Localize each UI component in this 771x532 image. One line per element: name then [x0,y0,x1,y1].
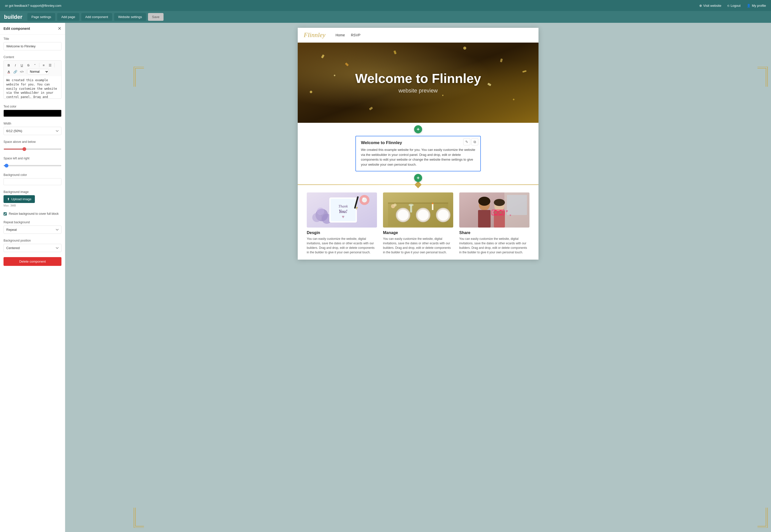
svg-point-37 [478,197,490,206]
space-left-right-slider-container [4,162,61,168]
divider-1 [39,63,39,67]
repeat-background-label: Repeat background [4,221,61,224]
svg-point-19 [398,209,409,221]
card-design-image: Thank You! ♥ [307,192,377,228]
resize-background-label[interactable]: Resize background to cover full block [4,212,61,216]
bold-button[interactable]: B [6,62,12,68]
content-textarea[interactable]: We created this example website for you.… [4,76,61,99]
preview-nav: Flinnley Home RSVP [298,28,538,43]
card-share-title: Share [459,231,529,235]
hero-text: Welcome to Flinnley website preview [355,71,481,94]
card-share-image: ♥ ♥ [459,192,529,228]
card-design-title: Desgin [307,231,377,235]
card-share: ♥ ♥ Share You can easily customize the w… [456,192,532,255]
text-component-body: We created this example website for you.… [361,147,475,167]
svg-point-14 [362,197,364,199]
logout-link[interactable]: ⎋ Logout [727,4,741,8]
content-label: Content [4,55,61,59]
svg-text:You!: You! [339,209,347,214]
ordered-list-button[interactable]: ≡ [41,62,47,68]
background-color-swatch[interactable] [4,178,61,185]
background-position-select[interactable]: Centered Top left Top center Top right [4,244,61,252]
top-bar-right: ⊕ Visit website ⎋ Logout 👤 My profile [699,4,766,8]
background-image-section: Background image ⬆ Upload image Max. 3MB [0,188,65,209]
svg-point-21 [418,209,429,221]
text-component-title: Welcome to Flinnley [361,140,475,145]
strikethrough-button[interactable]: S [25,62,31,68]
close-button[interactable]: ✕ [58,26,61,31]
width-select[interactable]: 6/12 (50%) 12/12 (100%) 4/12 (33%) [4,127,61,135]
space-above-below-section: Space above and below [0,138,65,154]
support-text: or got feedback? support@flinnley.com [5,4,61,8]
logout-icon: ⎋ [727,4,729,8]
cards-section: Thank You! ♥ Desgin You [298,187,538,260]
space-above-below-slider-container [4,145,61,152]
text-color-swatch[interactable] [4,110,61,117]
my-profile-link[interactable]: 👤 My profile [747,4,766,8]
svg-rect-36 [494,211,505,228]
space-left-right-label: Space left and right [4,157,61,160]
svg-rect-28 [432,204,433,210]
website-settings-button[interactable]: Website settings [114,13,146,21]
svg-point-29 [432,203,433,204]
text-component-block: ✎ ⧉ Welcome to Flinnley We created this … [355,136,481,171]
width-section: Width 6/12 (50%) 12/12 (100%) 4/12 (33%) [0,119,65,138]
quote-button[interactable]: " [32,62,38,68]
unordered-list-button[interactable]: ☰ [47,62,53,68]
upload-image-button[interactable]: ⬆ Upload image [4,195,35,203]
font-color-button[interactable]: A [6,69,12,75]
link-button[interactable]: 🔗 [12,69,18,75]
card-design-text: You can easily customize the website, di… [307,237,377,255]
add-component-below-button[interactable]: + [414,174,422,182]
text-component-container: ✎ ⧉ Welcome to Flinnley We created this … [298,133,538,171]
code-button[interactable]: </> [19,69,25,75]
svg-rect-34 [478,210,490,228]
space-above-below-slider[interactable] [4,149,61,150]
card-manage-text: You can easily customize the website, di… [383,237,453,255]
card-manage-image [383,192,453,228]
delete-component-button[interactable]: Delete component [4,257,61,266]
resize-background-section: Resize background to cover full block [0,209,65,218]
corner-decoration-br [757,508,768,528]
background-color-section: Background color [0,171,65,188]
content-toolbar: B I U S " ≡ ☰ A 🔗 </> Normal Heading 1 H… [4,60,61,76]
save-button[interactable]: Save [148,13,163,21]
svg-point-23 [438,209,449,221]
repeat-background-select[interactable]: Repeat No repeat Repeat X Repeat Y [4,226,61,234]
svg-text:Thank: Thank [338,204,348,208]
svg-point-25 [409,204,414,206]
nav-rsvp[interactable]: RSVP [351,33,360,37]
hero-section: Welcome to Flinnley website preview [298,43,538,123]
text-color-section: Text color [0,102,65,119]
hero-subtitle: website preview [355,87,481,94]
svg-rect-16 [388,202,448,204]
page-settings-button[interactable]: Page settings [27,13,55,21]
divider-3 [26,69,26,74]
svg-text:♥: ♥ [506,209,508,213]
panel-title: Edit component [4,27,30,31]
add-component-button[interactable]: Add component [81,13,112,21]
add-page-button[interactable]: Add page [57,13,79,21]
title-input[interactable] [4,42,61,50]
preview-logo: Flinnley [304,31,326,39]
underline-button[interactable]: U [19,62,25,68]
font-style-select[interactable]: Normal Heading 1 Heading 2 [28,69,49,74]
hero-title: Welcome to Flinnley [355,71,481,86]
add-component-above-button[interactable]: + [414,125,422,133]
svg-text:♥: ♥ [509,214,511,217]
space-left-right-slider[interactable] [4,165,61,166]
visit-website-link[interactable]: ⊕ Visit website [699,4,721,8]
divider-section [298,182,538,187]
duplicate-component-button[interactable]: ⧉ [471,138,478,145]
resize-background-checkbox[interactable] [4,212,7,216]
preview-nav-links: Home RSVP [336,33,360,37]
toolbar: builder Page settings Add page Add compo… [0,11,771,23]
italic-button[interactable]: I [12,62,18,68]
divider-diamond [415,181,422,188]
add-below-container: + [298,174,538,182]
nav-home[interactable]: Home [336,33,345,37]
repeat-background-section: Repeat background Repeat No repeat Repea… [0,218,65,236]
corner-decoration-tl [133,67,144,87]
main-layout: Edit component ✕ Title Content B I U S "… [0,23,771,532]
edit-component-button[interactable]: ✎ [463,138,470,145]
